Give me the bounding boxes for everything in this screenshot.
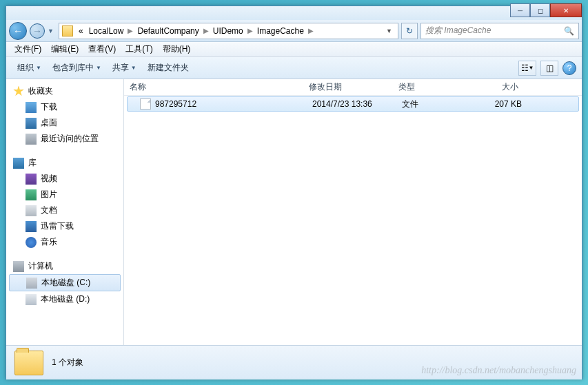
minimize-button[interactable]: ─ bbox=[510, 3, 530, 17]
crumb-uidemo[interactable]: UIDemo bbox=[210, 26, 246, 36]
refresh-button[interactable]: ↻ bbox=[401, 23, 418, 39]
sidebar-drive-c[interactable]: 本地磁盘 (C:) bbox=[9, 274, 121, 291]
chevron-right-icon[interactable]: ▶ bbox=[126, 27, 134, 34]
status-bar: 1 个对象 bbox=[6, 345, 582, 379]
column-headers: 名称 修改日期 类型 大小 bbox=[124, 79, 582, 96]
include-library-button[interactable]: 包含到库中▼ bbox=[47, 59, 107, 76]
file-type: 文件 bbox=[396, 98, 472, 110]
col-name[interactable]: 名称 bbox=[124, 81, 303, 93]
computer-icon bbox=[13, 261, 24, 272]
drive-icon bbox=[26, 278, 37, 289]
sidebar-computer[interactable]: 计算机 bbox=[6, 258, 123, 274]
body: 收藏夹 下载 桌面 最近访问的位置 库 视频 图片 文档 迅雷下载 音乐 计算机… bbox=[6, 79, 582, 345]
menu-tools[interactable]: 工具(T) bbox=[121, 42, 156, 56]
library-icon bbox=[13, 158, 24, 169]
preview-pane-button[interactable]: ◫ bbox=[540, 61, 558, 76]
sidebar-desktop[interactable]: 桌面 bbox=[6, 115, 123, 131]
help-button[interactable]: ? bbox=[562, 61, 576, 75]
address-row: ← → ▼ « LocalLow ▶ DefaultCompany ▶ UIDe… bbox=[6, 20, 582, 42]
forward-button[interactable]: → bbox=[30, 23, 45, 39]
music-icon bbox=[26, 237, 37, 248]
menu-view[interactable]: 查看(V) bbox=[84, 42, 120, 56]
back-button[interactable]: ← bbox=[9, 22, 27, 40]
titlebar: ─ ◻ ✕ bbox=[6, 6, 582, 20]
search-icon[interactable]: 🔍 bbox=[564, 26, 574, 36]
menu-file[interactable]: 文件(F) bbox=[10, 42, 45, 56]
sidebar-music[interactable]: 音乐 bbox=[6, 234, 123, 250]
file-size: 207 KB bbox=[472, 99, 527, 109]
download-icon bbox=[26, 102, 37, 113]
toolbar-right: ☷ ▼ ◫ ? bbox=[518, 61, 576, 76]
sidebar[interactable]: 收藏夹 下载 桌面 最近访问的位置 库 视频 图片 文档 迅雷下载 音乐 计算机… bbox=[6, 79, 123, 345]
toolbar: 组织▼ 包含到库中▼ 共享▼ 新建文件夹 ☷ ▼ ◫ ? bbox=[6, 57, 582, 79]
sidebar-documents[interactable]: 文档 bbox=[6, 202, 123, 218]
file-icon bbox=[140, 98, 151, 110]
share-button[interactable]: 共享▼ bbox=[107, 59, 142, 76]
sidebar-favorites[interactable]: 收藏夹 bbox=[6, 83, 123, 99]
xunlei-icon bbox=[26, 221, 37, 232]
new-folder-button[interactable]: 新建文件夹 bbox=[142, 59, 194, 76]
window-controls: ─ ◻ ✕ bbox=[510, 3, 582, 17]
folder-icon bbox=[62, 25, 73, 37]
file-date: 2014/7/23 13:36 bbox=[307, 99, 396, 109]
sidebar-recent[interactable]: 最近访问的位置 bbox=[6, 131, 123, 147]
close-button[interactable]: ✕ bbox=[550, 3, 582, 17]
recent-icon bbox=[26, 134, 37, 145]
crumb-imagecache[interactable]: ImageCache bbox=[254, 26, 307, 36]
search-input[interactable]: 搜索 ImageCache 🔍 bbox=[420, 23, 579, 39]
sidebar-videos[interactable]: 视频 bbox=[6, 171, 123, 187]
crumb-defaultcompany[interactable]: DefaultCompany bbox=[134, 26, 201, 36]
drive-icon bbox=[26, 294, 37, 305]
maximize-button[interactable]: ◻ bbox=[530, 3, 550, 17]
chevron-right-icon[interactable]: ▶ bbox=[246, 27, 254, 34]
address-dropdown[interactable]: ▼ bbox=[383, 28, 395, 34]
menu-help[interactable]: 帮助(H) bbox=[159, 42, 195, 56]
explorer-window: ─ ◻ ✕ ← → ▼ « LocalLow ▶ DefaultCompany … bbox=[6, 6, 582, 379]
col-type[interactable]: 类型 bbox=[393, 81, 469, 93]
file-name: 987295712 bbox=[155, 99, 196, 109]
search-placeholder: 搜索 ImageCache bbox=[425, 25, 491, 37]
sidebar-drive-d[interactable]: 本地磁盘 (D:) bbox=[6, 291, 123, 307]
chevron-right-icon[interactable]: ▶ bbox=[202, 27, 210, 34]
video-icon bbox=[26, 174, 37, 185]
star-icon bbox=[13, 86, 24, 97]
view-mode-button[interactable]: ☷ ▼ bbox=[518, 61, 536, 76]
address-bar[interactable]: « LocalLow ▶ DefaultCompany ▶ UIDemo ▶ I… bbox=[59, 23, 398, 39]
picture-icon bbox=[26, 189, 37, 200]
col-size[interactable]: 大小 bbox=[469, 81, 524, 93]
sidebar-pictures[interactable]: 图片 bbox=[6, 187, 123, 202]
sidebar-downloads[interactable]: 下载 bbox=[6, 99, 123, 115]
folder-icon bbox=[14, 351, 43, 375]
organize-button[interactable]: 组织▼ bbox=[12, 59, 47, 76]
col-date[interactable]: 修改日期 bbox=[303, 81, 393, 93]
menu-bar: 文件(F) 编辑(E) 查看(V) 工具(T) 帮助(H) bbox=[6, 42, 582, 57]
file-area[interactable]: 名称 修改日期 类型 大小 987295712 2014/7/23 13:36 … bbox=[124, 79, 582, 345]
status-text: 1 个对象 bbox=[52, 357, 83, 368]
history-dropdown[interactable]: ▼ bbox=[48, 28, 56, 34]
document-icon bbox=[26, 205, 37, 216]
desktop-icon bbox=[26, 118, 37, 129]
menu-edit[interactable]: 编辑(E) bbox=[47, 42, 83, 56]
sidebar-libraries[interactable]: 库 bbox=[6, 155, 123, 171]
crumb-prefix: « bbox=[76, 26, 86, 36]
sidebar-xunlei[interactable]: 迅雷下载 bbox=[6, 218, 123, 234]
crumb-locallow[interactable]: LocalLow bbox=[86, 26, 127, 36]
file-row[interactable]: 987295712 2014/7/23 13:36 文件 207 KB bbox=[127, 96, 579, 112]
chevron-right-icon[interactable]: ▶ bbox=[307, 27, 315, 34]
